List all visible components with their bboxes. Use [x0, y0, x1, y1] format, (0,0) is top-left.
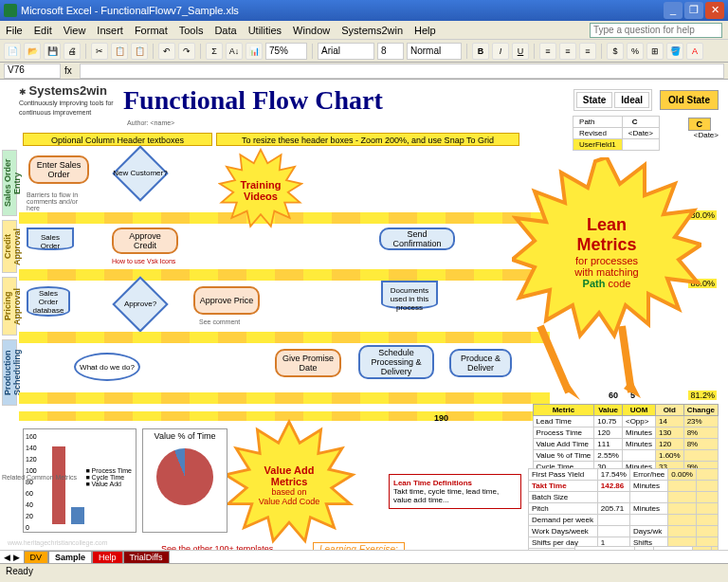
box-produce[interactable]: Produce & Deliver: [449, 349, 512, 377]
sum-icon[interactable]: Σ: [206, 43, 223, 60]
diamond-approve[interactable]: Approve?: [112, 284, 169, 322]
sheet-tabs-bar: ◀ ▶ DV Sample Help TrialDiffs: [0, 550, 728, 563]
name-box[interactable]: V76: [4, 64, 61, 79]
arrow-to-old: [603, 317, 650, 408]
menu-format[interactable]: Format: [135, 25, 168, 36]
worksheet-area[interactable]: ✱ Systems2winContinuously improving tool…: [0, 80, 728, 563]
fontcolor-icon[interactable]: A: [686, 43, 703, 60]
lane-pricing: Pricing Approval: [2, 277, 17, 336]
fx-icon[interactable]: fx: [64, 65, 72, 76]
menu-bar: File Edit View Insert Format Tools Data …: [0, 21, 728, 40]
undo-icon[interactable]: ↶: [158, 43, 175, 60]
copy-icon[interactable]: 📋: [111, 43, 128, 60]
yellow-header-2: To resize these header boxes - Zoom 200%…: [216, 133, 519, 146]
italic-icon[interactable]: I: [492, 43, 509, 60]
barriers-note: Barriers to flow in comments and/or here: [27, 191, 93, 211]
box-approve-price[interactable]: Approve Price: [193, 286, 260, 315]
chart-icon[interactable]: 📊: [246, 43, 263, 60]
tab-help[interactable]: Help: [92, 551, 123, 564]
app-name: Microsoft Excel: [21, 5, 92, 16]
menu-systems2win[interactable]: Systems2win: [341, 25, 403, 36]
sort-icon[interactable]: A↓: [226, 43, 243, 60]
fillcolor-icon[interactable]: 🪣: [666, 43, 683, 60]
author-label: Author: <name>: [127, 119, 174, 126]
val-190: 190: [434, 413, 448, 423]
db-sales-order[interactable]: Sales Order database: [27, 286, 70, 317]
tab-trialdiffs[interactable]: TrialDiffs: [123, 551, 170, 564]
percent-icon[interactable]: %: [627, 43, 644, 60]
redo-icon[interactable]: ↷: [178, 43, 195, 60]
tab-dv[interactable]: DV: [24, 551, 49, 564]
fontsize-dropdown[interactable]: 8: [377, 43, 404, 60]
strip-2: [19, 269, 550, 281]
menu-insert[interactable]: Insert: [97, 25, 123, 36]
systems2win-logo: ✱ Systems2winContinuously improving tool…: [19, 83, 123, 117]
strip-4: [19, 392, 550, 404]
bold-icon[interactable]: B: [472, 43, 489, 60]
title-bar: Microsoft Excel - FunctionalFlowv7_Sampl…: [0, 0, 728, 21]
style-dropdown[interactable]: Normal: [407, 43, 462, 60]
menu-file[interactable]: File: [6, 25, 23, 36]
pie-graphic: [156, 448, 213, 505]
restore-button[interactable]: ❐: [684, 2, 703, 19]
page-title: Functional Flow Chart: [123, 85, 573, 116]
open-icon[interactable]: 📂: [24, 43, 41, 60]
box-enter-sales[interactable]: Enter Sales Order: [28, 155, 89, 184]
borders-icon[interactable]: ⊞: [646, 43, 664, 60]
minimize-button[interactable]: _: [664, 2, 682, 19]
menu-help[interactable]: Help: [414, 25, 436, 36]
lean-definitions-box[interactable]: Lean Time Definitions Takt time, cycle t…: [389, 474, 521, 509]
burst-value-add: Value Add Metrics based on Value Add Cod…: [218, 419, 360, 552]
arrow-to-metrics: [531, 317, 588, 411]
menu-tools[interactable]: Tools: [179, 25, 204, 36]
yellow-header-1: Optional Column Header textboxes: [23, 133, 212, 146]
help-search[interactable]: [590, 23, 722, 38]
old-path-c: C: [688, 118, 712, 131]
paste-icon[interactable]: 📋: [131, 43, 148, 60]
bar-legend: ■ Process Time ■ Cycle Time ■ Value Add: [85, 467, 132, 487]
box-approve-credit[interactable]: Approve Credit: [112, 227, 178, 254]
menu-view[interactable]: View: [64, 25, 86, 36]
formula-bar: V76 fx: [0, 63, 728, 80]
cut-icon[interactable]: ✂: [91, 43, 108, 60]
box-send-confirmation[interactable]: Send Confirmation: [379, 227, 455, 250]
cloud-what-do[interactable]: What do we do?: [74, 353, 140, 381]
see-comment: See comment: [199, 318, 240, 325]
doc-process-docs[interactable]: Documents used in this process: [381, 281, 438, 309]
path-table: PathC Revised<Date> UserField1: [573, 116, 660, 151]
icons-note: How to use Vsk Icons: [112, 258, 175, 264]
strip-3: [19, 332, 550, 343]
menu-utilities[interactable]: Utilities: [248, 25, 282, 36]
underline-icon[interactable]: U: [512, 43, 529, 60]
align-right-icon[interactable]: ≡: [579, 43, 596, 60]
zoom-dropdown[interactable]: 75%: [265, 43, 307, 60]
align-center-icon[interactable]: ≡: [559, 43, 576, 60]
menu-window[interactable]: Window: [293, 25, 330, 36]
print-icon[interactable]: 🖨: [64, 43, 81, 60]
diamond-new-customer[interactable]: New Customer?: [112, 154, 169, 191]
box-schedule[interactable]: Schedule Processing & Delivery: [358, 345, 434, 379]
close-button[interactable]: ✕: [705, 2, 724, 19]
pct-3: 81.2%: [688, 391, 717, 400]
standard-toolbar: 📄 📂 💾 🖨 ✂ 📋 📋 ↶ ↷ Σ A↓ 📊 75% Arial 8 Nor…: [0, 40, 728, 63]
box-give-promise[interactable]: Give Promise Date: [275, 349, 341, 377]
formula-input[interactable]: [80, 64, 724, 79]
font-dropdown[interactable]: Arial: [318, 43, 374, 60]
status-text: Ready: [6, 566, 33, 576]
pie-title: Value % of Time: [143, 429, 227, 443]
tab-sample[interactable]: Sample: [48, 551, 92, 564]
currency-icon[interactable]: $: [607, 43, 624, 60]
sheet-header: ✱ Systems2winContinuously improving tool…: [19, 83, 719, 117]
save-icon[interactable]: 💾: [44, 43, 61, 60]
tab-nav[interactable]: ◀ ▶: [0, 553, 24, 562]
lane-sales-order: Sales Order Entry: [2, 150, 17, 216]
watermark: www.heritagechristiancollege.com: [8, 539, 107, 546]
doc-sales-order[interactable]: Sales Order: [27, 227, 74, 250]
related-metrics-label: Related Common Metrics: [2, 474, 77, 481]
new-icon[interactable]: 📄: [4, 43, 21, 60]
menu-edit[interactable]: Edit: [34, 25, 52, 36]
bar-1: [52, 446, 65, 524]
align-left-icon[interactable]: ≡: [539, 43, 556, 60]
lane-credit: Credit Approval: [2, 220, 17, 273]
menu-data[interactable]: Data: [214, 25, 236, 36]
